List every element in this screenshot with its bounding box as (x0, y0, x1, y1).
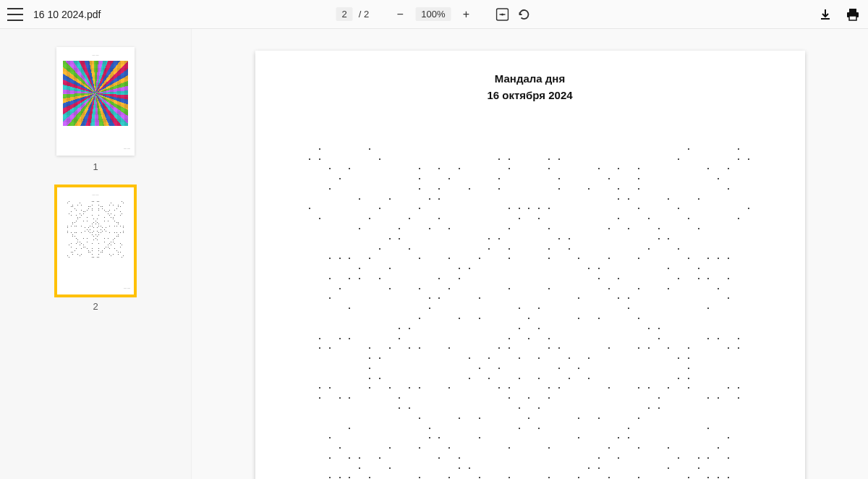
page-title: Мандала дня (495, 72, 565, 85)
body: — — — — 1 — — — — 2 Мандала дня 16 октяб… (0, 29, 868, 479)
toolbar-left: 16 10 2024.pdf (7, 8, 101, 21)
print-icon[interactable] (845, 7, 861, 22)
menu-icon[interactable] (7, 8, 23, 21)
thumbnail[interactable]: — — — — (56, 47, 135, 156)
download-icon[interactable] (817, 7, 833, 22)
thumbnail-page-1[interactable]: — — — — 1 (56, 47, 135, 172)
main-view[interactable]: Мандала дня 16 октября 2024 (192, 29, 868, 479)
pdf-page: Мандала дня 16 октября 2024 (255, 51, 805, 479)
thumbnail-number: 1 (93, 161, 98, 172)
thumbnail-header-text: — — (92, 192, 98, 196)
svg-rect-6 (849, 16, 856, 20)
thumbnail-page-2[interactable]: — — — — 2 (56, 187, 135, 312)
thumbnail-header-text: — — (92, 53, 98, 56)
svg-rect-4 (849, 9, 856, 12)
rotate-icon[interactable] (516, 7, 532, 22)
thumbnail-sidebar[interactable]: — — — — 1 — — — — 2 (0, 29, 192, 479)
thumbnail-footer-text: — — (124, 286, 130, 289)
toolbar-center: 2 / 2 − 100% + (336, 5, 532, 24)
fit-page-icon[interactable] (494, 7, 510, 22)
zoom-in-button[interactable]: + (456, 5, 475, 24)
thumbnail-footer-text: — — (124, 146, 130, 150)
page-subtitle: 16 октября 2024 (487, 89, 572, 101)
document-filename: 16 10 2024.pdf (33, 9, 101, 20)
thumbnail-number: 2 (93, 301, 98, 312)
toolbar-right (817, 7, 861, 22)
zoom-out-button[interactable]: − (391, 5, 409, 24)
thumbnail-mandala-dot-pattern (67, 200, 124, 258)
thumbnail-mandala-color-image (63, 61, 128, 126)
page-total-label: / 2 (359, 9, 369, 20)
svg-point-2 (501, 13, 503, 15)
mandala-dot-pattern (306, 145, 754, 479)
toolbar: 16 10 2024.pdf 2 / 2 − 100% + (0, 0, 868, 29)
page-number-input[interactable]: 2 (336, 7, 353, 21)
thumbnail[interactable]: — — — — (56, 187, 135, 295)
zoom-level[interactable]: 100% (415, 7, 451, 21)
